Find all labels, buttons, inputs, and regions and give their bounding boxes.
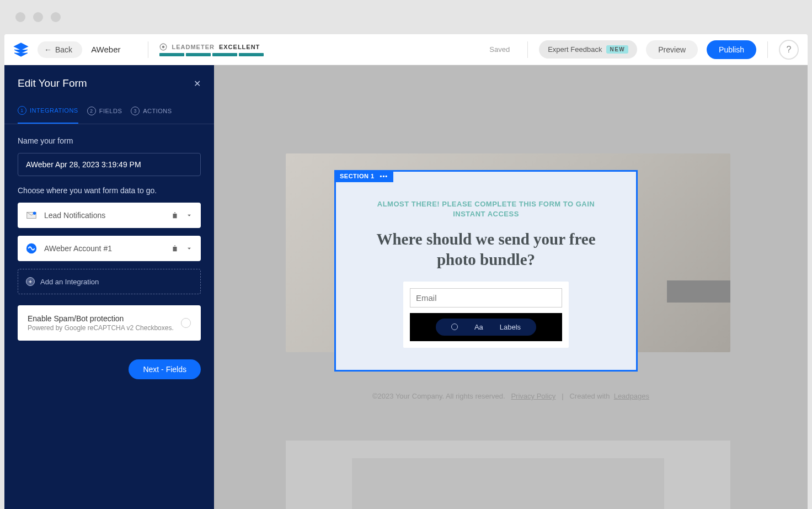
window-dot <box>51 12 61 22</box>
name-form-label: Name your form <box>18 136 201 145</box>
more-dots-icon[interactable]: ••• <box>380 173 388 179</box>
spam-title: Enable Spam/Bot protection <box>28 314 181 323</box>
add-integration-label: Add an Integration <box>40 278 99 286</box>
color-picker-icon[interactable] <box>451 324 458 330</box>
window-dot <box>33 12 43 22</box>
chevron-down-icon[interactable] <box>185 245 193 252</box>
expert-feedback-button[interactable]: Expert Feedback NEW <box>539 40 637 59</box>
chevron-down-icon[interactable] <box>185 211 193 219</box>
divider <box>767 41 768 58</box>
back-button[interactable]: ← Back <box>38 41 82 58</box>
leadmeter-bars <box>159 53 264 56</box>
section-label-text: SECTION 1 <box>340 173 375 179</box>
footer-sep: | <box>562 392 563 400</box>
step-number: 3 <box>131 107 140 115</box>
footer-copyright: ©2023 Your Company. All rights reserved. <box>372 392 505 400</box>
choose-destination-label: Choose where you want form data to go. <box>18 186 201 195</box>
form-container[interactable]: Aa Labels <box>403 282 569 348</box>
section-label[interactable]: SECTION 1 ••• <box>334 170 393 182</box>
integration-name: AWeber Account #1 <box>44 244 164 253</box>
footer-created: Created with <box>569 392 610 400</box>
topbar: ← Back AWeber LEADMETER EXCELLENT Saved … <box>4 34 808 65</box>
email-input[interactable] <box>410 288 562 307</box>
plus-icon: + <box>26 277 35 286</box>
spam-subtitle: Powered by Google reCAPTCHA v2 Checkboxe… <box>28 324 181 332</box>
leadmeter-rating: EXCELLENT <box>219 44 260 50</box>
window-controls <box>0 0 812 34</box>
add-integration-button[interactable]: + Add an Integration <box>18 269 201 294</box>
preview-button[interactable]: Preview <box>646 40 698 59</box>
divider <box>527 41 528 58</box>
background-element <box>667 280 730 303</box>
tab-integrations[interactable]: 1 INTEGRATIONS <box>18 106 78 124</box>
saved-status: Saved <box>489 45 510 54</box>
mail-icon <box>25 209 38 221</box>
leadpages-link[interactable]: Leadpages <box>614 392 649 400</box>
page-name: AWeber <box>91 45 120 54</box>
expert-label: Expert Feedback <box>548 45 602 54</box>
text-style-button[interactable]: Aa <box>474 323 483 331</box>
trash-icon[interactable] <box>171 245 179 252</box>
divider <box>148 41 148 58</box>
publish-button[interactable]: Publish <box>707 40 756 59</box>
integration-lead-notifications[interactable]: Lead Notifications <box>18 203 201 228</box>
browser-window: ← Back AWeber LEADMETER EXCELLENT Saved … <box>0 0 812 509</box>
svg-point-3 <box>33 212 36 215</box>
page-canvas[interactable]: SECTION 1 ••• ALMOST THERE! PLEASE COMPL… <box>214 65 808 509</box>
step-label: FIELDS <box>99 108 122 114</box>
labels-button[interactable]: Labels <box>500 323 521 331</box>
lower-block <box>352 458 664 509</box>
target-icon <box>159 43 167 51</box>
form-name-input[interactable] <box>18 153 201 176</box>
arrow-left-icon: ← <box>44 45 52 54</box>
headline-text[interactable]: Where should we send your free photo bun… <box>369 229 603 269</box>
step-number: 2 <box>87 107 96 115</box>
new-badge: NEW <box>606 45 628 54</box>
leadmeter[interactable]: LEADMETER EXCELLENT <box>159 43 264 56</box>
overline-text[interactable]: ALMOST THERE! PLEASE COMPLETE THIS FORM … <box>369 199 603 219</box>
leadmeter-label: LEADMETER <box>172 44 214 50</box>
step-label: INTEGRATIONS <box>30 107 78 114</box>
next-fields-button[interactable]: Next - Fields <box>129 359 201 379</box>
app-logo-icon <box>13 42 29 57</box>
integration-aweber[interactable]: AWeber Account #1 <box>18 236 201 261</box>
integration-name: Lead Notifications <box>44 211 164 220</box>
window-dot <box>15 12 25 22</box>
spam-protection-card: Enable Spam/Bot protection Powered by Go… <box>18 305 201 341</box>
tab-fields[interactable]: 2 FIELDS <box>87 106 122 124</box>
section-1[interactable]: SECTION 1 ••• ALMOST THERE! PLEASE COMPL… <box>334 170 638 372</box>
step-tabs: 1 INTEGRATIONS 2 FIELDS 3 ACTIONS <box>4 95 214 124</box>
step-number: 1 <box>18 106 26 115</box>
back-label: Back <box>55 45 72 54</box>
step-label: ACTIONS <box>143 108 172 114</box>
page-footer: ©2023 Your Company. All rights reserved.… <box>214 392 808 400</box>
spam-toggle[interactable] <box>181 318 191 328</box>
svg-point-1 <box>162 45 165 48</box>
button-toolbar[interactable]: Aa Labels <box>410 313 562 341</box>
sidebar-title: Edit Your Form <box>18 77 87 89</box>
help-button[interactable]: ? <box>779 40 799 60</box>
close-icon[interactable]: ✕ <box>194 78 201 89</box>
trash-icon[interactable] <box>171 211 179 219</box>
edit-form-sidebar: Edit Your Form ✕ 1 INTEGRATIONS 2 FIELDS… <box>4 65 214 509</box>
aweber-icon <box>25 242 38 254</box>
tab-actions[interactable]: 3 ACTIONS <box>131 106 172 124</box>
privacy-link[interactable]: Privacy Policy <box>511 392 555 400</box>
